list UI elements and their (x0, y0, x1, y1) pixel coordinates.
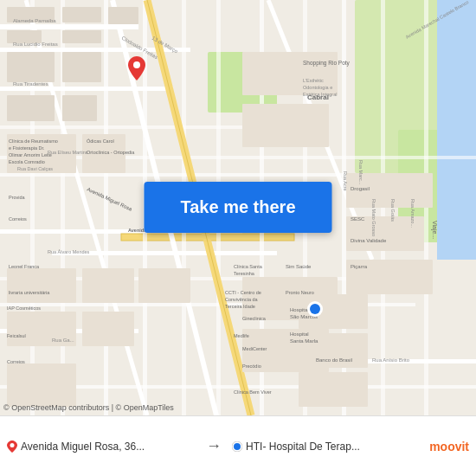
svg-text:Ódicas Carol: Ódicas Carol (87, 138, 114, 144)
map-container: Alameda Parnaíba Rua Lucidio Freitas Rua… (0, 0, 476, 415)
cta-button-container: Take me there (144, 182, 331, 233)
svg-text:Rua Mato Grosso: Rua Mato Grosso (371, 199, 376, 236)
to-label: HTI- Hospital De Terap... (246, 441, 360, 453)
svg-text:Olimar Amorim Leite: Olimar Amorim Leite (9, 152, 52, 158)
arrow-icon: → (206, 437, 222, 455)
svg-text:Piçarra: Piçarra (351, 264, 368, 269)
svg-text:Rua Lucidio Freitas: Rua Lucidio Freitas (13, 42, 58, 47)
svg-text:Terceira Idade: Terceira Idade (225, 304, 255, 309)
svg-text:Odontologia e: Odontologia e (303, 85, 332, 90)
svg-text:Shopping Rio Poty: Shopping Rio Poty (303, 60, 351, 67)
from-label: Avenida Miguel Rosa, 36... (21, 441, 145, 453)
svg-rect-39 (62, 30, 101, 43)
svg-text:Rua Amazo...: Rua Amazo... (410, 199, 415, 228)
moovit-logo: moovit (429, 439, 469, 454)
svg-text:Leonel Franca: Leonel Franca (9, 264, 40, 269)
svg-text:Correios: Correios (9, 216, 27, 222)
svg-text:CCTI - Centro de: CCTI - Centro de (225, 290, 261, 295)
svg-rect-62 (299, 372, 368, 407)
svg-text:Alameda Parnaíba: Alameda Parnaíba (13, 18, 56, 23)
svg-rect-44 (62, 95, 97, 121)
svg-text:Rua Acre: Rua Acre (343, 171, 348, 191)
svg-text:Provida: Provida (9, 195, 26, 200)
svg-rect-40 (108, 7, 138, 24)
svg-text:Gineclinica: Gineclinica (242, 316, 267, 321)
svg-text:Divina Validade: Divina Validade (351, 238, 387, 243)
svg-text:Viaje...: Viaje... (431, 221, 438, 239)
svg-text:livraria universitária: livraria universitária (9, 290, 50, 295)
svg-text:Banco do Brasil: Banco do Brasil (316, 357, 352, 363)
svg-text:Rua Álvaro Mendes: Rua Álvaro Mendes (48, 249, 90, 254)
svg-rect-42 (62, 52, 101, 82)
svg-rect-56 (7, 363, 76, 407)
svg-point-127 (10, 443, 15, 447)
to-section: HTI- Hospital De Terap... (232, 441, 421, 453)
svg-text:Rua Anísio Brito: Rua Anísio Brito (372, 357, 410, 363)
svg-text:Clínica Bem Viver: Clínica Bem Viver (234, 389, 272, 395)
svg-rect-41 (7, 52, 55, 82)
osm-credit-text: © OpenStreetMap contributors | © OpenMap… (3, 403, 174, 412)
svg-text:Teresinha: Teresinha (234, 271, 255, 276)
take-me-there-button[interactable]: Take me there (144, 182, 331, 233)
svg-text:Drogasil: Drogasil (351, 186, 370, 191)
svg-rect-43 (7, 95, 55, 121)
svg-text:Sim Saúde: Sim Saúde (286, 264, 312, 269)
svg-rect-5 (437, 0, 476, 260)
svg-text:Hospital: Hospital (290, 307, 309, 312)
start-pin (128, 56, 145, 84)
svg-rect-38 (62, 7, 101, 23)
svg-point-129 (234, 443, 241, 450)
from-section: Avenida Miguel Rosa, 36... (7, 441, 196, 453)
svg-text:L'Esthétic: L'Esthétic (303, 78, 324, 83)
svg-rect-58 (82, 312, 134, 346)
svg-text:e Fisioterapia Dr.: e Fisioterapia Dr. (9, 145, 45, 151)
svg-text:Estética Integral: Estética Integral (303, 92, 337, 97)
svg-text:Clínica de Reumatismo: Clínica de Reumatismo (9, 138, 58, 144)
svg-text:Rua Tiradentes: Rua Tiradentes (13, 81, 48, 87)
svg-text:Clínica Santa: Clínica Santa (234, 264, 263, 269)
svg-rect-15 (0, 173, 346, 177)
svg-text:Rua Marc...: Rua Marc... (358, 160, 363, 185)
svg-text:Rua Ga...: Rua Ga... (52, 338, 74, 343)
svg-text:Rua Goiás: Rua Goiás (390, 199, 396, 222)
moovit-logo-text: moovit (429, 440, 469, 453)
svg-rect-59 (138, 268, 190, 303)
svg-text:Pronto Neuro: Pronto Neuro (286, 290, 314, 295)
svg-rect-57 (82, 268, 134, 303)
svg-text:SESC: SESC (351, 216, 365, 222)
svg-point-124 (133, 61, 140, 68)
svg-text:Santa Marla: Santa Marla (290, 338, 318, 344)
svg-rect-48 (242, 104, 329, 147)
to-pin-icon (232, 441, 242, 452)
svg-text:IAP Cosméticos: IAP Cosméticos (7, 306, 41, 311)
svg-text:Escola Comradio: Escola Comradio (9, 159, 45, 164)
svg-text:Feicalsul: Feicalsul (7, 333, 26, 338)
from-pin-icon (7, 441, 17, 453)
svg-text:Rua Davi Calças: Rua Davi Calças (17, 166, 53, 171)
osm-credit: © OpenStreetMap contributors | © OpenMap… (3, 403, 174, 412)
svg-point-126 (310, 304, 320, 314)
svg-text:Convivência da: Convivência da (225, 297, 259, 302)
svg-rect-22 (104, 0, 108, 415)
svg-text:Correios: Correios (7, 359, 25, 364)
svg-text:Medlife: Medlife (234, 333, 249, 338)
bottom-bar: Avenida Miguel Rosa, 36... → HTI- Hospit… (0, 415, 476, 476)
svg-text:Hospital: Hospital (290, 331, 309, 337)
svg-text:MediCenter: MediCenter (242, 346, 267, 351)
svg-text:Precódio: Precódio (242, 363, 261, 369)
end-pin (307, 301, 323, 320)
svg-rect-54 (7, 268, 76, 303)
svg-text:Ortoclínica - Ortopedia: Ortoclínica - Ortopedia (87, 150, 135, 155)
svg-text:Rua Elíseu Martins: Rua Elíseu Martins (48, 150, 88, 155)
